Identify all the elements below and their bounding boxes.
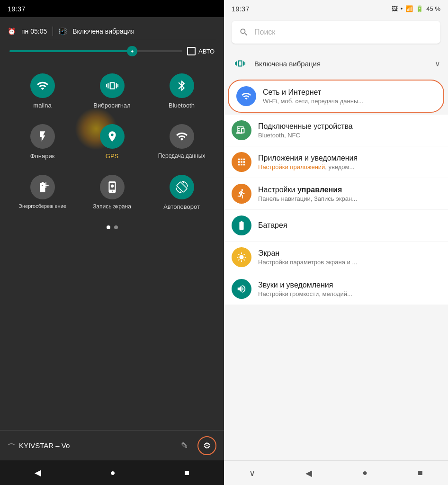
- battery-icon: +: [30, 175, 55, 199]
- tile-data[interactable]: Передача данных: [153, 117, 210, 167]
- edit-icon[interactable]: ✎: [181, 440, 188, 451]
- section-header-left: Включена вибрация: [232, 55, 321, 72]
- tile-bluetooth[interactable]: Bluetooth: [153, 66, 210, 117]
- auto-label: АВТО: [198, 48, 215, 55]
- image-icon: 🖼: [392, 5, 398, 12]
- settings-item-network[interactable]: Сеть и Интернет Wi-Fi, моб. сети, переда…: [228, 80, 444, 113]
- back-button[interactable]: ◀: [25, 464, 51, 482]
- settings-item-devices[interactable]: Подключенные устройства Bluetooth, NFC: [224, 115, 448, 146]
- screen-record-icon: [100, 175, 125, 199]
- vibration-section[interactable]: Включена вибрация ∨: [224, 49, 448, 78]
- back-button-right[interactable]: ◀: [296, 464, 322, 482]
- notification-panel: ⏰ пн 05:05 📳 Включена вибрация АВТО: [0, 17, 224, 430]
- nav-bar-left: ◀ ● ■: [0, 460, 224, 485]
- recents-button-right[interactable]: ■: [408, 464, 432, 482]
- brightness-row: АВТО: [8, 40, 216, 62]
- bluetooth-icon: [170, 73, 194, 98]
- tile-flashlight[interactable]: Фонарик: [14, 117, 71, 167]
- devices-icon: [232, 120, 251, 140]
- page-dots: [8, 222, 216, 235]
- time-right: 19:37: [232, 5, 250, 13]
- vibro-icon-alarm: 📳: [59, 27, 67, 35]
- quick-tiles: malina Вибросигнал Bluetooth: [8, 62, 216, 222]
- gps-label: GPS: [106, 153, 118, 160]
- signal-bars: 📶: [405, 5, 413, 12]
- status-bar-left: 19:37: [0, 0, 224, 17]
- home-button-right[interactable]: ●: [353, 464, 377, 482]
- devices-text: Подключенные устройства Bluetooth, NFC: [258, 122, 440, 139]
- nav-bar-right: ∨ ◀ ● ■: [224, 460, 448, 485]
- wifi-label: malina: [33, 102, 51, 109]
- vibration-section-icon: [232, 55, 249, 72]
- vibration-section-title: Включена вибрация: [254, 60, 321, 68]
- wifi-icon: [30, 73, 55, 98]
- chevron-icon: ∨: [435, 59, 440, 68]
- control-icon: [232, 184, 251, 204]
- auto-button[interactable]: АВТО: [187, 47, 215, 55]
- bottom-icons: ✎ ⚙: [181, 436, 216, 455]
- bluetooth-label: Bluetooth: [169, 102, 195, 109]
- settings-button[interactable]: ⚙: [197, 436, 216, 455]
- left-panel: 19:37 ⏰ пн 05:05 📳 Включена вибрация АВТ…: [0, 0, 224, 485]
- sound-title: Звуки и уведомления: [258, 281, 440, 289]
- divider: [53, 27, 53, 36]
- settings-item-sound[interactable]: Звуки и уведомления Настройки громкости,…: [224, 273, 448, 305]
- status-bar-right: 19:37 🖼 • 📶 🔋 45 %: [224, 0, 448, 17]
- settings-item-battery[interactable]: Батарея: [224, 210, 448, 241]
- tile-rotate[interactable]: Автоповорот: [153, 167, 210, 218]
- settings-item-apps[interactable]: Приложения и уведомления Настройки прило…: [224, 146, 448, 178]
- tile-wifi[interactable]: malina: [14, 66, 71, 117]
- settings-item-display[interactable]: Экран Настройки параметров экрана и ...: [224, 242, 448, 273]
- screen-rec-label: Запись экрана: [93, 203, 131, 210]
- auto-square-icon: [187, 47, 196, 55]
- vibro-tile-icon: [100, 73, 125, 98]
- data-label: Передача данных: [158, 153, 206, 159]
- display-icon: [232, 247, 251, 267]
- sound-text: Звуки и уведомления Настройки громкости,…: [258, 281, 440, 297]
- tile-screen-rec[interactable]: Запись экрана: [84, 167, 141, 218]
- carrier-info: KYIVSTAR – Vo: [8, 441, 181, 449]
- devices-title: Подключенные устройства: [258, 122, 440, 131]
- alarm-row: ⏰ пн 05:05 📳 Включена вибрация: [8, 23, 216, 40]
- flashlight-label: Фонарик: [30, 153, 55, 160]
- display-text: Экран Настройки параметров экрана и ...: [258, 249, 440, 266]
- down-chevron-button[interactable]: ∨: [240, 464, 265, 482]
- tile-gps[interactable]: GPS: [84, 117, 141, 167]
- bottom-bar: KYIVSTAR – Vo ✎ ⚙: [0, 430, 224, 460]
- search-bar[interactable]: Поиск: [232, 21, 440, 44]
- alarm-icon: ⏰: [8, 27, 16, 35]
- home-button[interactable]: ●: [101, 464, 125, 482]
- svg-point-3: [110, 185, 114, 188]
- battery-settings-icon: [232, 216, 251, 235]
- battery-label: Энергосбереж ение: [18, 203, 66, 209]
- carrier-name: KYIVSTAR – Vo: [19, 441, 70, 449]
- search-placeholder: Поиск: [254, 28, 275, 36]
- control-title: Настройки управления: [258, 186, 440, 194]
- search-icon: [239, 27, 249, 37]
- devices-subtitle: Bluetooth, NFC: [258, 132, 440, 139]
- brightness-fill: [9, 50, 131, 52]
- battery-status: 🔋: [416, 5, 423, 12]
- apps-title: Приложения и уведомления: [258, 154, 440, 162]
- apps-text: Приложения и уведомления Настройки прило…: [258, 154, 440, 171]
- network-icon: [236, 86, 256, 106]
- status-icons: 🖼 • 📶 🔋 45 %: [392, 5, 440, 12]
- rotate-label: Автоповорот: [163, 203, 200, 210]
- tile-battery[interactable]: + Энергосбереж ение: [14, 167, 71, 218]
- brightness-thumb: [127, 46, 137, 56]
- control-text: Настройки управления Панель навигации, З…: [258, 186, 440, 202]
- network-title: Сеть и Интернет: [263, 88, 436, 97]
- recents-button[interactable]: ■: [175, 464, 199, 482]
- flashlight-icon: [30, 124, 55, 149]
- brightness-slider[interactable]: [9, 50, 182, 52]
- apps-icon: [232, 152, 251, 172]
- network-text: Сеть и Интернет Wi-Fi, моб. сети, переда…: [263, 88, 436, 105]
- sound-icon: [232, 279, 251, 299]
- dot-1: [107, 225, 110, 229]
- display-subtitle: Настройки параметров экрана и ...: [258, 259, 440, 266]
- time-left: 19:37: [8, 5, 26, 13]
- apps-subtitle: Настройки приложений, уведом...: [258, 163, 440, 171]
- settings-list: Включена вибрация ∨ Сеть и Интернет Wi-F…: [224, 47, 448, 460]
- sound-subtitle: Настройки громкости, мелодий...: [258, 290, 440, 297]
- settings-item-control[interactable]: Настройки управления Панель навигации, З…: [224, 178, 448, 209]
